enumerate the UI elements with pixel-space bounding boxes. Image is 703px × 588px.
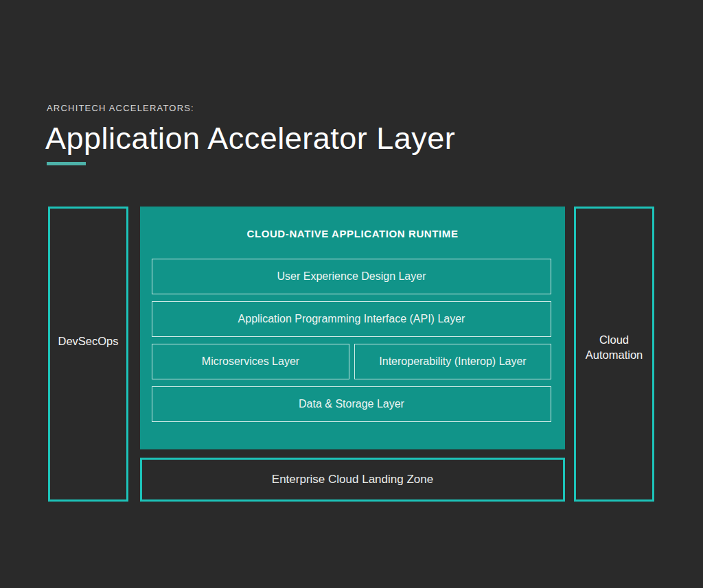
- header-eyebrow: ARCHITECH ACCELERATORS:: [47, 103, 194, 113]
- layer-box-api: Application Programming Interface (API) …: [152, 301, 551, 337]
- pillar-cloud-automation-label: Cloud Automation: [576, 332, 652, 363]
- pillar-devsecops-label: DevSecOps: [58, 333, 118, 349]
- runtime-panel-title: CLOUD-NATIVE APPLICATION RUNTIME: [140, 228, 565, 239]
- foundation-box-landing-zone: Enterprise Cloud Landing Zone: [140, 458, 565, 502]
- layer-row-4: Data & Storage Layer: [152, 386, 551, 422]
- title-underline: [47, 162, 86, 165]
- layer-row-3: Microservices Layer Interoperability (In…: [152, 344, 551, 379]
- layer-box-microservices: Microservices Layer: [152, 344, 349, 379]
- pillar-cloud-automation: Cloud Automation: [574, 207, 654, 502]
- foundation-label: Enterprise Cloud Landing Zone: [272, 473, 433, 486]
- layer-row-1: User Experience Design Layer: [152, 259, 551, 294]
- layer-box-interoperability: Interoperability (Interop) Layer: [354, 344, 551, 379]
- runtime-layers: User Experience Design Layer Application…: [152, 259, 551, 422]
- page-title: Application Accelerator Layer: [45, 121, 455, 156]
- pillar-devsecops: DevSecOps: [48, 207, 128, 502]
- runtime-panel: CLOUD-NATIVE APPLICATION RUNTIME User Ex…: [140, 207, 565, 449]
- slide-canvas: ARCHITECH ACCELERATORS: Application Acce…: [0, 0, 703, 588]
- layer-box-data-storage: Data & Storage Layer: [152, 386, 551, 422]
- layer-box-user-experience: User Experience Design Layer: [152, 259, 551, 294]
- layer-row-2: Application Programming Interface (API) …: [152, 301, 551, 337]
